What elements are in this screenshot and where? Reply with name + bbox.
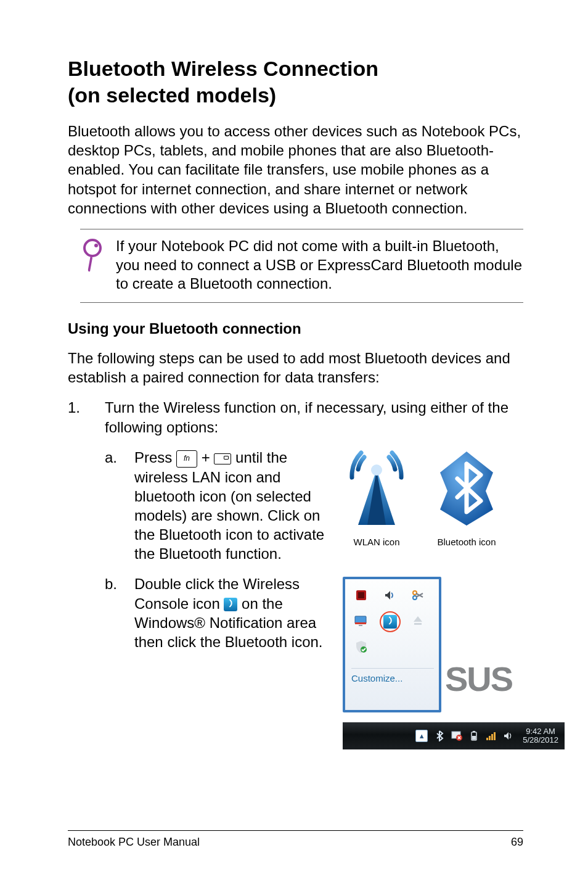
title-line-2: (on selected models) <box>68 83 276 107</box>
title-line-1: Bluetooth Wireless Connection <box>68 57 378 80</box>
svg-rect-9 <box>359 625 362 626</box>
substep-b-text: Double click the Wireless Console icon o… <box>134 574 332 651</box>
taskbar-bluetooth-icon[interactable] <box>434 730 445 741</box>
page-title: Bluetooth Wireless Connection (on select… <box>68 56 523 108</box>
svg-rect-17 <box>472 736 476 740</box>
svg-rect-18 <box>486 738 488 740</box>
tray-overflow-popup: Customize... <box>343 577 441 712</box>
svg-rect-21 <box>494 732 496 740</box>
wlan-icon <box>343 448 410 528</box>
taskbar-clock[interactable]: 9:42 AM 5/28/2012 <box>520 727 561 746</box>
tray-wireless-console-icon[interactable] <box>380 611 401 632</box>
bluetooth-caption: Bluetooth icon <box>433 536 500 548</box>
svg-rect-8 <box>355 622 366 624</box>
tray-scissors-icon[interactable] <box>408 585 428 605</box>
page-number: 69 <box>511 836 523 849</box>
subheading: Using your Bluetooth connection <box>68 320 523 337</box>
footer-title: Notebook PC User Manual <box>68 836 200 849</box>
tray-monitor-icon[interactable] <box>351 611 371 631</box>
fn-key-icon: fn <box>176 450 197 468</box>
system-tray-screenshot: SUS <box>343 577 565 749</box>
step-1-text: Turn the Wireless function on, if necess… <box>105 398 565 436</box>
note-callout: If your Notebook PC did not come with a … <box>80 229 523 303</box>
svg-point-1 <box>94 244 98 247</box>
tray-volume-icon[interactable] <box>380 585 399 605</box>
wlan-caption: WLAN icon <box>343 536 410 548</box>
substep-a-text: Press fn + until the wireless LAN icon a… <box>134 448 332 564</box>
svg-point-0 <box>84 240 100 256</box>
tray-expand-arrow-icon[interactable]: ▲ <box>415 730 428 742</box>
lead-in-paragraph: The following steps can be used to add m… <box>68 349 523 387</box>
taskbar: ▲ <box>343 722 565 749</box>
ordered-steps: 1. Turn the Wireless function on, if nec… <box>68 398 523 761</box>
substep-a-letter: a. <box>105 448 122 564</box>
taskbar-network-icon[interactable] <box>486 730 497 741</box>
bluetooth-icon <box>433 448 500 528</box>
svg-rect-20 <box>491 734 493 740</box>
intro-paragraph: Bluetooth allows you to access other dev… <box>68 122 523 218</box>
tray-eject-icon[interactable] <box>408 611 428 631</box>
taskbar-battery-icon[interactable] <box>468 730 480 741</box>
step-number: 1. <box>68 398 86 761</box>
tray-catalyst-icon[interactable] <box>351 585 371 605</box>
substep-b-letter: b. <box>105 574 122 749</box>
wireless-console-icon <box>224 598 237 611</box>
note-text: If your Notebook PC did not come with a … <box>116 237 523 294</box>
svg-rect-19 <box>489 736 491 740</box>
tray-shield-icon[interactable] <box>351 637 371 657</box>
svg-rect-10 <box>414 623 422 625</box>
desktop-brand-logo: SUS <box>445 657 562 694</box>
page-footer: Notebook PC User Manual 69 <box>68 830 523 849</box>
magnifier-icon <box>80 237 105 276</box>
taskbar-flag-icon[interactable] <box>451 730 462 741</box>
wireless-key-icon <box>214 453 231 464</box>
tray-customize-link[interactable]: Customize... <box>351 668 434 685</box>
svg-point-2 <box>371 464 382 476</box>
svg-rect-4 <box>358 592 364 598</box>
svg-rect-16 <box>473 731 475 732</box>
taskbar-volume-icon[interactable] <box>503 730 514 741</box>
